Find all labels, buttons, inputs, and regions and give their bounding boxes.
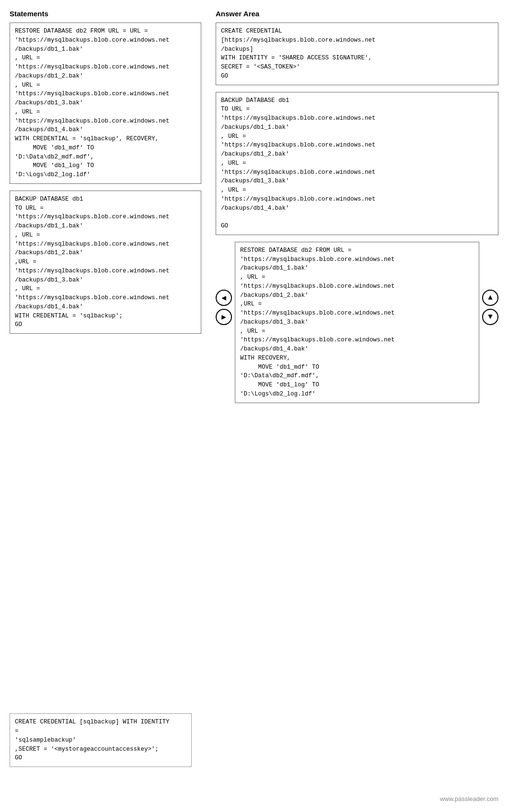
answer-boxes: CREATE CREDENTIAL [https://mysqlbackups.… [216,23,498,410]
move-left-button[interactable]: ◀ [216,290,232,306]
bottom-code-box[interactable]: CREATE CREDENTIAL [sqlbackup] WITH IDENT… [10,713,192,774]
watermark: www.passleader.com [440,795,498,802]
answer-title: Answer Area [216,10,498,18]
answer-box-2[interactable]: BACKUP DATABASE db1 TO URL = 'https://my… [216,92,498,235]
statement-box-1[interactable]: RESTORE DATABASE db2 FROM URL = URL = 'h… [10,23,201,184]
right-arrow-controls: ▲ ▼ [482,290,498,325]
left-arrow-controls: ◀ ▶ [216,290,232,325]
answer-column: Answer Area CREATE CREDENTIAL [https://m… [216,10,498,410]
answer-box-3[interactable]: RESTORE DATABASE db2 FROM URL = 'https:/… [235,242,479,403]
answer-box-1[interactable]: CREATE CREDENTIAL [https://mysqlbackups.… [216,23,498,85]
page: Statements RESTORE DATABASE db2 FROM URL… [0,0,508,812]
statement-box-2[interactable]: BACKUP DATABASE db1 TO URL = 'https://my… [10,191,201,334]
move-right-button[interactable]: ▶ [216,309,232,325]
move-up-button[interactable]: ▲ [482,290,498,306]
statements-title: Statements [10,10,201,18]
statements-column: Statements RESTORE DATABASE db2 FROM URL… [10,10,201,340]
answer-area-wrapper: CREATE CREDENTIAL [https://mysqlbackups.… [216,23,498,410]
main-layout: Statements RESTORE DATABASE db2 FROM URL… [10,10,498,410]
move-down-button[interactable]: ▼ [482,309,498,325]
